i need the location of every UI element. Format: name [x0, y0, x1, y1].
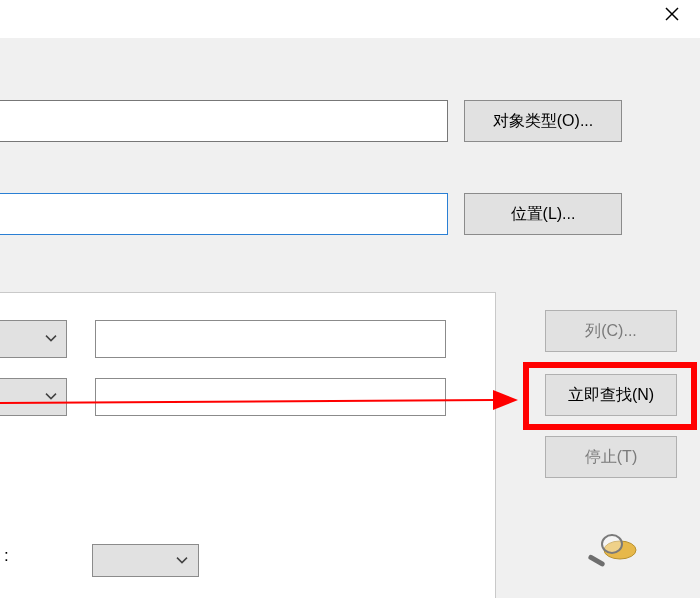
condition-operator-1-combo[interactable] — [0, 320, 67, 358]
condition-value-2-input[interactable] — [95, 378, 446, 416]
locations-button[interactable]: 位置(L)... — [464, 193, 622, 235]
chevron-down-icon — [45, 393, 57, 401]
location-input[interactable] — [0, 193, 448, 235]
chevron-down-icon — [45, 335, 57, 343]
close-icon — [664, 6, 692, 22]
chevron-down-icon — [176, 556, 188, 564]
titlebar — [0, 0, 700, 38]
bottom-combo[interactable] — [92, 544, 199, 577]
condition-operator-2-combo[interactable] — [0, 378, 67, 416]
bottom-colon-label: : — [4, 546, 9, 566]
object-type-input[interactable] — [0, 100, 448, 142]
condition-value-1-input[interactable] — [95, 320, 446, 358]
columns-button: 列(C)... — [545, 310, 677, 352]
stop-button: 停止(T) — [545, 436, 677, 478]
close-button[interactable] — [664, 6, 692, 34]
find-now-button[interactable]: 立即查找(N) — [545, 374, 677, 416]
object-types-button[interactable]: 对象类型(O)... — [464, 100, 622, 142]
